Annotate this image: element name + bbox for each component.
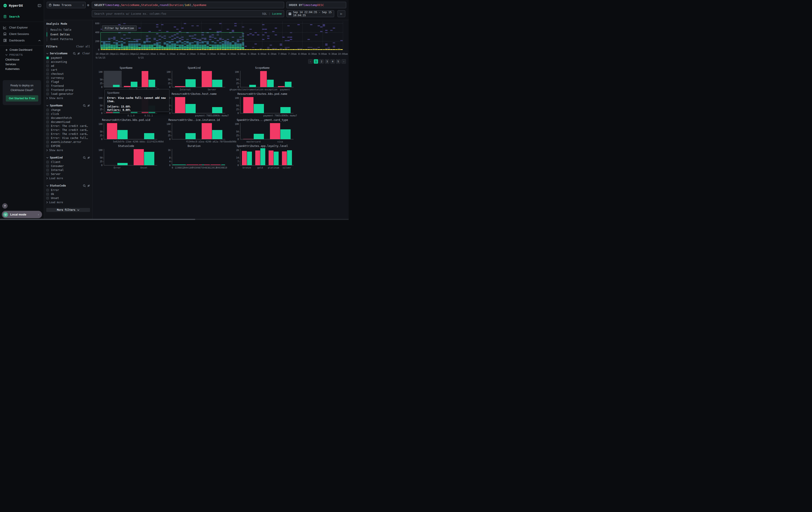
inlier-bar[interactable] (287, 150, 292, 165)
checkbox-unchecked[interactable] (46, 137, 49, 139)
order-by-input[interactable]: ORDER BY Timestamp DESC (286, 2, 346, 8)
filter-item-ok[interactable]: Ok (46, 192, 90, 196)
filter-item-frontend-proxy[interactable]: frontend-proxy (46, 88, 90, 92)
search-icon[interactable] (73, 52, 76, 55)
preset-dashboard-services[interactable]: Services (0, 62, 44, 66)
outlier-bar[interactable] (278, 86, 285, 87)
source-select[interactable]: Demo Traces ▴▾ (47, 2, 86, 8)
pin-icon[interactable] (87, 184, 90, 187)
analysis-mode-event-patterns[interactable]: Event Patterns (47, 37, 90, 42)
inlier-bar[interactable] (185, 133, 196, 139)
checkbox-unchecked[interactable] (46, 129, 49, 131)
inlier-bar[interactable] (113, 85, 120, 87)
checkbox-unchecked[interactable] (46, 120, 49, 123)
filter-item-consumer[interactable]: Consumer (46, 164, 90, 168)
select-query-input[interactable]: SELECT Timestamp, ServiceName, StatusCod… (92, 2, 284, 8)
outlier-bar[interactable] (107, 123, 117, 139)
outlier-bar[interactable] (270, 123, 280, 139)
create-dashboard-button[interactable]: Create Dashboard (0, 47, 44, 52)
inlier-bar[interactable] (267, 80, 274, 87)
inlier-bar[interactable] (260, 148, 265, 165)
filter-item-cart[interactable]: cart (46, 68, 90, 72)
outlier-bar[interactable] (282, 152, 287, 165)
checkbox-unchecked[interactable] (46, 85, 49, 87)
chevron-down-icon[interactable] (46, 53, 49, 54)
outlier-bar[interactable] (269, 151, 273, 165)
filter-item-error-the-credit-card-[interactable]: Error: The credit card (… (46, 128, 90, 132)
inlier-bar[interactable] (144, 152, 154, 165)
chart-plot[interactable] (172, 123, 225, 139)
checkbox-unchecked[interactable] (46, 193, 49, 195)
checkbox-unchecked[interactable] (46, 89, 49, 91)
inlier-bar[interactable] (148, 80, 155, 87)
sidebar-item-dashboards[interactable]: Dashboards (0, 37, 44, 44)
chart-plot[interactable] (240, 149, 293, 165)
filter-item-error-the-credit-card-[interactable]: Error: The credit card (… (46, 132, 90, 136)
checkbox-unchecked[interactable] (46, 125, 49, 127)
help-button[interactable]: ? (2, 203, 7, 209)
checkbox-unchecked[interactable] (46, 81, 49, 83)
filter-item-documentfetch[interactable]: documentFetch (46, 116, 90, 120)
checkbox-unchecked[interactable] (46, 165, 49, 167)
outlier-bar[interactable] (202, 123, 212, 139)
pagination-page-3[interactable]: 3 (325, 59, 329, 64)
inlier-bar[interactable] (249, 85, 256, 87)
outlier-bar[interactable] (260, 71, 267, 87)
chart-plot[interactable] (104, 123, 157, 139)
chevron-down-icon[interactable] (46, 105, 49, 106)
checkbox-unchecked[interactable] (46, 169, 49, 171)
inlier-bar[interactable] (285, 82, 291, 87)
inlier-bar[interactable] (280, 129, 291, 139)
checkbox-unchecked[interactable] (46, 189, 49, 191)
checkbox-unchecked[interactable] (46, 113, 49, 115)
chart-plot[interactable] (172, 97, 225, 113)
sidebar-item-search[interactable]: Search (0, 14, 44, 20)
sidebar-item-client-sessions[interactable]: Client Sessions (0, 31, 44, 37)
filter-item-load-generator[interactable]: load-generator (46, 92, 90, 96)
load-more-spankind[interactable]: Load more (46, 176, 90, 180)
pagination-page-1[interactable]: 1 (314, 59, 318, 64)
inlier-bar[interactable] (247, 152, 252, 165)
filter-item-change[interactable]: change (46, 108, 90, 112)
clear-filter-link[interactable]: Clear (82, 52, 90, 55)
filter-item-flagd[interactable]: flagd (46, 80, 90, 84)
checkbox-unchecked[interactable] (46, 64, 49, 67)
inlier-bar[interactable] (131, 82, 137, 87)
inlier-bar[interactable] (144, 133, 154, 139)
chart-plot[interactable] (240, 123, 293, 139)
outlier-bar[interactable] (175, 97, 185, 113)
clear-all-filters[interactable]: Clear all (76, 45, 90, 48)
chevron-down-icon[interactable] (46, 185, 49, 187)
checkbox-unchecked[interactable] (46, 133, 49, 135)
inlier-bar[interactable] (274, 152, 279, 165)
analysis-mode-event-deltas[interactable]: Event Deltas (47, 32, 90, 37)
pagination-next[interactable]: › (342, 59, 346, 64)
sidebar-item-chart-explorer[interactable]: Chart Explorer (0, 24, 44, 31)
pin-icon[interactable] (77, 52, 80, 55)
filter-item-eventlistener-error[interactable]: eventListener.error (46, 140, 90, 144)
chart-plot[interactable] (104, 149, 157, 165)
horizontal-scrollbar[interactable] (0, 219, 349, 220)
checkbox-unchecked[interactable] (46, 141, 49, 143)
filter-item-expire[interactable]: EXPIRE (46, 144, 90, 148)
filter-item-documentload[interactable]: documentLoad (46, 120, 90, 124)
show-more-spanname[interactable]: Show more (46, 148, 90, 152)
outlier-bar[interactable] (242, 151, 247, 165)
checkbox-unchecked[interactable] (46, 109, 49, 111)
chart-plot[interactable] (172, 71, 225, 87)
inlier-bar[interactable] (280, 107, 291, 113)
filter-item-internal[interactable]: Internal (46, 168, 90, 172)
preset-dashboard-clickhouse[interactable]: ClickHouse (0, 57, 44, 62)
filter-item-click[interactable]: click (46, 112, 90, 116)
events-heatmap[interactable] (100, 22, 343, 50)
filter-item-unset[interactable]: Unset (46, 196, 90, 200)
chevron-down-icon[interactable] (46, 157, 49, 159)
checkbox-unchecked[interactable] (46, 117, 49, 119)
checkbox-unchecked[interactable] (46, 161, 49, 163)
filter-item-ad[interactable]: ad (46, 64, 90, 68)
chart-plot[interactable] (172, 149, 225, 165)
local-mode-menu[interactable]: U Local mode › (2, 211, 42, 218)
filter-by-selection-button[interactable]: Filter by Selection (102, 25, 137, 31)
filter-item-accounting[interactable]: accounting (46, 60, 90, 64)
outlier-bar[interactable] (255, 151, 260, 165)
